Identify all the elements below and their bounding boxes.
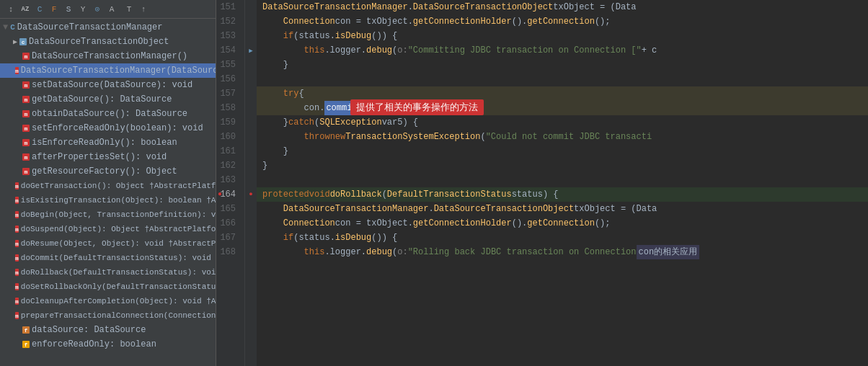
tree-item-1[interactable]: m DataSourceTransactionManager(): [0, 49, 216, 63]
tree-item-label-14: doResume(Object, Object): void †Abstract…: [21, 239, 216, 248]
code-line-151: DataSourceTransactionManager.DataSourceT…: [257, 0, 868, 14]
line-num-161: 161: [216, 144, 240, 159]
line-num-155: 155: [216, 58, 240, 72]
tree-item-4[interactable]: m getDataSource(): DataSource: [0, 92, 216, 107]
tree-item-label-1: DataSourceTransactionManager(): [32, 51, 187, 61]
tree-item-10[interactable]: m doGetTransaction(): Object †AbstractPl…: [0, 179, 216, 193]
tree-item-19[interactable]: m prepareTransactionalConnection(Connect…: [0, 308, 216, 323]
circle-icon[interactable]: ⊙: [91, 3, 104, 16]
tree-item-label-21: enforceReadOnly: boolean: [32, 339, 156, 349]
code-line-155: }: [257, 58, 868, 72]
tree-item-label-13: doSuspend(Object): Object †AbstractPlatf…: [21, 225, 216, 233]
tree-item-label-20: dataSource: DataSource: [32, 325, 146, 335]
tree-item-label-19: prepareTransactionalConnection(Connectio…: [21, 311, 216, 320]
line-num-158: 158: [216, 101, 240, 115]
tree-item-label-2: DataSourceTransactionManager(DataSource): [21, 66, 216, 76]
tree-item-14[interactable]: m doResume(Object, Object): void †Abstra…: [0, 236, 216, 251]
sort-icon[interactable]: ↕: [4, 3, 17, 16]
tree-item-5[interactable]: m obtainDataSource(): DataSource: [0, 107, 216, 121]
tree-item-label-3: setDataSource(DataSource): void: [32, 80, 192, 90]
tree-item-label-4: getDataSource(): DataSource: [32, 94, 172, 104]
code-line-161: }: [257, 144, 868, 159]
code-line-156: [257, 72, 868, 86]
tree-item-12[interactable]: m doBegin(Object, TransactionDefinition)…: [0, 207, 216, 222]
tree-item-label-17: doSetRollbackOnly(DefaultTransactionStat…: [21, 282, 216, 291]
line-num-162: 162: [216, 159, 240, 173]
gutter-155: [245, 58, 257, 72]
method-tooltip: 提供了相关的事务操作的方法: [350, 99, 484, 115]
code-line-168: this.logger.debug(o: "Rolling back JDBC …: [257, 245, 868, 259]
root-label: DataSourceTransactionManager: [17, 22, 163, 32]
tree-item-20[interactable]: f dataSource: DataSource: [0, 323, 216, 337]
tree-item-label-18: doCleanupAfterCompletion(Object): void †…: [21, 297, 216, 305]
tree-item-label-6: setEnforceReadOnly(boolean): void: [32, 123, 203, 133]
tree-item-label-7: isEnforceReadOnly(): boolean: [32, 138, 177, 148]
sort-az-icon[interactable]: AZ: [19, 3, 32, 16]
line-num-163: 163: [216, 173, 240, 187]
code-line-158: con.commit(); 提供了相关的事务操作的方法: [257, 101, 868, 115]
gutter-168: [245, 245, 257, 259]
line-num-164: ● 164: [216, 187, 240, 202]
code-line-163: [257, 173, 868, 187]
tree-item-label-15: doCommit(DefaultTransactionStatus): void…: [21, 254, 216, 262]
inline-hint-text: con的相关应用: [637, 245, 700, 259]
tree-item-label-10: doGetTransaction(): Object †AbstractPlat…: [21, 182, 216, 190]
gutter-160: [245, 130, 257, 144]
code-area: 151 152 153 154 155 156 157 158 159 160 …: [216, 0, 868, 366]
tree-item-9[interactable]: m getResourceFactory(): Object: [0, 164, 216, 179]
gutter-166: [245, 216, 257, 231]
gutter: ▶ ●: [245, 0, 257, 366]
tree-item-label-9: getResourceFactory(): Object: [32, 166, 177, 177]
line-num-168: 168: [216, 245, 240, 259]
gutter-163: [245, 173, 257, 187]
t-icon[interactable]: T: [123, 3, 136, 16]
line-num-167: 167: [216, 231, 240, 245]
tree-item-3[interactable]: m setDataSource(DataSource): void: [0, 78, 216, 92]
tree-item-11[interactable]: m isExistingTransaction(Object): boolean…: [0, 193, 216, 207]
tree-item-8[interactable]: m afterPropertiesSet(): void: [0, 150, 216, 164]
tree-item-label-16: doRollback(DefaultTransactionStatus): vo…: [21, 268, 216, 277]
gutter-165: [245, 202, 257, 216]
code-editor: 151 152 153 154 155 156 157 158 159 160 …: [216, 0, 868, 366]
code-line-152: Connection con = txObject.getConnectionH…: [257, 14, 868, 29]
class-icon[interactable]: C: [33, 3, 46, 16]
tree-item-label-5: obtainDataSource(): DataSource: [32, 109, 187, 119]
class-tree: ▼ C DataSourceTransactionManager ▶ c Dat…: [0, 19, 216, 366]
gutter-162: [245, 159, 257, 173]
gutter-157: [245, 86, 257, 101]
tree-root-item[interactable]: ▼ C DataSourceTransactionManager: [0, 20, 216, 35]
static-icon[interactable]: S: [62, 3, 75, 16]
sidebar-toolbar: ↕ AZ C F S Y ⊙ A T ↑: [0, 0, 216, 19]
code-line-166: Connection con = txObject.getConnectionH…: [257, 216, 868, 231]
tree-item-13[interactable]: m doSuspend(Object): Object †AbstractPla…: [0, 222, 216, 236]
line-num-165: 165: [216, 202, 240, 216]
gutter-164: ●: [245, 187, 257, 202]
code-line-162: }: [257, 159, 868, 173]
code-line-165: DataSourceTransactionManager.DataSourceT…: [257, 202, 868, 216]
gutter-158: [245, 101, 257, 115]
y-icon[interactable]: Y: [76, 3, 89, 16]
tree-item-7[interactable]: m isEnforceReadOnly(): boolean: [0, 135, 216, 150]
up-arrow-icon[interactable]: ↑: [137, 3, 150, 16]
a-icon[interactable]: A: [105, 3, 118, 16]
bookmark-icon: ●: [218, 187, 222, 202]
tree-item-label-8: afterPropertiesSet(): void: [32, 152, 167, 162]
gutter-152: [245, 14, 257, 29]
code-line-159: } catch (SQLException var5) {: [257, 115, 868, 130]
tree-item-15[interactable]: m doCommit(DefaultTransactionStatus): vo…: [0, 251, 216, 265]
sidebar: ↕ AZ C F S Y ⊙ A T ↑ ▼ C DataSourceTrans…: [0, 0, 216, 366]
gutter-154: ▶: [245, 43, 257, 58]
gutter-167: [245, 231, 257, 245]
field-icon[interactable]: F: [48, 3, 61, 16]
tree-item-6[interactable]: m setEnforceReadOnly(boolean): void: [0, 121, 216, 135]
code-content[interactable]: DataSourceTransactionManager.DataSourceT…: [257, 0, 868, 366]
code-line-160: throw new TransactionSystemException("Co…: [257, 130, 868, 144]
tree-item-16[interactable]: m doRollback(DefaultTransactionStatus): …: [0, 265, 216, 280]
tree-item-label-0: DataSourceTransactionObject: [29, 37, 169, 47]
tree-item-18[interactable]: m doCleanupAfterCompletion(Object): void…: [0, 294, 216, 308]
tree-item-21[interactable]: f enforceReadOnly: boolean: [0, 337, 216, 352]
tree-item-0[interactable]: ▶ c DataSourceTransactionObject: [0, 35, 216, 49]
tree-item-2[interactable]: m DataSourceTransactionManager(DataSourc…: [0, 63, 216, 78]
tree-item-17[interactable]: m doSetRollbackOnly(DefaultTransactionSt…: [0, 280, 216, 294]
line-numbers: 151 152 153 154 155 156 157 158 159 160 …: [216, 0, 245, 366]
